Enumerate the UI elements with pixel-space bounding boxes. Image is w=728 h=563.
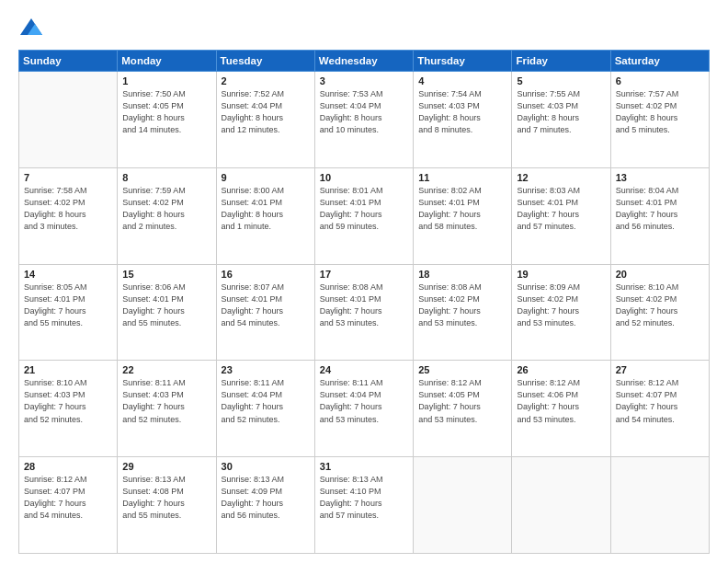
day-number: 29 <box>122 461 210 472</box>
week-row-5: 28Sunrise: 8:12 AMSunset: 4:07 PMDayligh… <box>19 457 710 554</box>
logo-icon <box>18 17 44 42</box>
day-number: 12 <box>517 172 605 183</box>
week-row-3: 14Sunrise: 8:05 AMSunset: 4:01 PMDayligh… <box>19 264 710 361</box>
calendar-cell: 26Sunrise: 8:12 AMSunset: 4:06 PMDayligh… <box>512 361 610 457</box>
day-info: Sunrise: 7:59 AMSunset: 4:02 PMDaylight:… <box>122 185 210 233</box>
day-info: Sunrise: 7:58 AMSunset: 4:02 PMDaylight:… <box>24 185 112 233</box>
day-number: 3 <box>320 75 408 86</box>
day-info: Sunrise: 8:10 AMSunset: 4:02 PMDaylight:… <box>616 282 704 329</box>
day-info: Sunrise: 8:12 AMSunset: 4:07 PMDaylight:… <box>24 474 112 522</box>
calendar-cell: 16Sunrise: 8:07 AMSunset: 4:01 PMDayligh… <box>216 264 314 361</box>
day-info: Sunrise: 8:10 AMSunset: 4:03 PMDaylight:… <box>24 377 112 425</box>
day-info: Sunrise: 8:02 AMSunset: 4:01 PMDaylight:… <box>418 185 506 233</box>
day-number: 27 <box>616 364 704 375</box>
calendar-cell: 18Sunrise: 8:08 AMSunset: 4:02 PMDayligh… <box>414 264 512 361</box>
calendar-cell: 13Sunrise: 8:04 AMSunset: 4:01 PMDayligh… <box>610 167 709 264</box>
day-number: 10 <box>320 172 408 183</box>
day-info: Sunrise: 8:11 AMSunset: 4:03 PMDaylight:… <box>122 377 210 425</box>
day-number: 28 <box>24 461 112 472</box>
calendar-cell: 9Sunrise: 8:00 AMSunset: 4:01 PMDaylight… <box>216 167 314 264</box>
day-number: 20 <box>616 269 704 280</box>
calendar-cell <box>19 72 118 168</box>
calendar-cell: 21Sunrise: 8:10 AMSunset: 4:03 PMDayligh… <box>19 361 118 457</box>
calendar-cell: 11Sunrise: 8:02 AMSunset: 4:01 PMDayligh… <box>414 167 512 264</box>
calendar-cell: 3Sunrise: 7:53 AMSunset: 4:04 PMDaylight… <box>314 72 413 168</box>
day-number: 7 <box>24 172 112 183</box>
calendar-cell: 5Sunrise: 7:55 AMSunset: 4:03 PMDaylight… <box>512 72 610 168</box>
day-number: 24 <box>320 364 408 375</box>
header <box>18 17 710 42</box>
col-header-tuesday: Tuesday <box>216 51 314 72</box>
col-header-thursday: Thursday <box>414 51 512 72</box>
day-number: 8 <box>122 172 210 183</box>
calendar-cell: 2Sunrise: 7:52 AMSunset: 4:04 PMDaylight… <box>216 72 314 168</box>
day-info: Sunrise: 8:01 AMSunset: 4:01 PMDaylight:… <box>320 185 408 233</box>
col-header-saturday: Saturday <box>610 51 709 72</box>
day-info: Sunrise: 8:07 AMSunset: 4:01 PMDaylight:… <box>222 282 310 329</box>
day-info: Sunrise: 7:55 AMSunset: 4:03 PMDaylight:… <box>517 88 605 136</box>
col-header-friday: Friday <box>512 51 610 72</box>
day-number: 22 <box>122 364 210 375</box>
day-info: Sunrise: 8:13 AMSunset: 4:08 PMDaylight:… <box>122 474 210 522</box>
calendar-cell: 31Sunrise: 8:13 AMSunset: 4:10 PMDayligh… <box>314 457 413 554</box>
day-number: 26 <box>517 364 605 375</box>
calendar-cell: 10Sunrise: 8:01 AMSunset: 4:01 PMDayligh… <box>314 167 413 264</box>
day-info: Sunrise: 8:12 AMSunset: 4:05 PMDaylight:… <box>418 377 506 425</box>
day-info: Sunrise: 8:11 AMSunset: 4:04 PMDaylight:… <box>222 377 310 425</box>
calendar-cell: 1Sunrise: 7:50 AMSunset: 4:05 PMDaylight… <box>118 72 216 168</box>
day-info: Sunrise: 8:05 AMSunset: 4:01 PMDaylight:… <box>24 282 112 329</box>
day-info: Sunrise: 7:57 AMSunset: 4:02 PMDaylight:… <box>616 88 704 136</box>
day-info: Sunrise: 8:08 AMSunset: 4:01 PMDaylight:… <box>320 282 408 329</box>
day-number: 15 <box>122 269 210 280</box>
day-number: 21 <box>24 364 112 375</box>
day-number: 6 <box>616 75 704 86</box>
week-row-1: 1Sunrise: 7:50 AMSunset: 4:05 PMDaylight… <box>19 72 710 168</box>
day-info: Sunrise: 8:09 AMSunset: 4:02 PMDaylight:… <box>517 282 605 329</box>
calendar-cell: 22Sunrise: 8:11 AMSunset: 4:03 PMDayligh… <box>118 361 216 457</box>
day-info: Sunrise: 8:13 AMSunset: 4:09 PMDaylight:… <box>222 474 310 522</box>
day-number: 16 <box>222 269 310 280</box>
day-number: 30 <box>222 461 310 472</box>
day-number: 1 <box>122 75 210 86</box>
col-header-wednesday: Wednesday <box>314 51 413 72</box>
day-info: Sunrise: 8:06 AMSunset: 4:01 PMDaylight:… <box>122 282 210 329</box>
calendar-cell: 29Sunrise: 8:13 AMSunset: 4:08 PMDayligh… <box>118 457 216 554</box>
calendar-cell: 14Sunrise: 8:05 AMSunset: 4:01 PMDayligh… <box>19 264 118 361</box>
day-number: 9 <box>222 172 310 183</box>
day-info: Sunrise: 8:08 AMSunset: 4:02 PMDaylight:… <box>418 282 506 329</box>
calendar-cell: 30Sunrise: 8:13 AMSunset: 4:09 PMDayligh… <box>216 457 314 554</box>
calendar-table: SundayMondayTuesdayWednesdayThursdayFrid… <box>18 50 710 554</box>
col-header-sunday: Sunday <box>19 51 118 72</box>
day-info: Sunrise: 7:53 AMSunset: 4:04 PMDaylight:… <box>320 88 408 136</box>
calendar-cell <box>414 457 512 554</box>
day-number: 23 <box>222 364 310 375</box>
calendar-cell: 23Sunrise: 8:11 AMSunset: 4:04 PMDayligh… <box>216 361 314 457</box>
page: SundayMondayTuesdayWednesdayThursdayFrid… <box>0 0 728 563</box>
calendar-cell <box>512 457 610 554</box>
logo <box>18 17 48 42</box>
calendar-cell: 7Sunrise: 7:58 AMSunset: 4:02 PMDaylight… <box>19 167 118 264</box>
col-header-monday: Monday <box>118 51 216 72</box>
calendar-cell: 15Sunrise: 8:06 AMSunset: 4:01 PMDayligh… <box>118 264 216 361</box>
calendar-cell: 17Sunrise: 8:08 AMSunset: 4:01 PMDayligh… <box>314 264 413 361</box>
week-row-4: 21Sunrise: 8:10 AMSunset: 4:03 PMDayligh… <box>19 361 710 457</box>
calendar-cell: 27Sunrise: 8:12 AMSunset: 4:07 PMDayligh… <box>610 361 709 457</box>
day-number: 11 <box>418 172 506 183</box>
calendar-cell: 24Sunrise: 8:11 AMSunset: 4:04 PMDayligh… <box>314 361 413 457</box>
calendar-cell: 20Sunrise: 8:10 AMSunset: 4:02 PMDayligh… <box>610 264 709 361</box>
calendar-cell: 12Sunrise: 8:03 AMSunset: 4:01 PMDayligh… <box>512 167 610 264</box>
day-info: Sunrise: 8:04 AMSunset: 4:01 PMDaylight:… <box>616 185 704 233</box>
day-info: Sunrise: 8:12 AMSunset: 4:06 PMDaylight:… <box>517 377 605 425</box>
day-info: Sunrise: 7:52 AMSunset: 4:04 PMDaylight:… <box>222 88 310 136</box>
day-number: 31 <box>320 461 408 472</box>
day-info: Sunrise: 8:03 AMSunset: 4:01 PMDaylight:… <box>517 185 605 233</box>
week-row-2: 7Sunrise: 7:58 AMSunset: 4:02 PMDaylight… <box>19 167 710 264</box>
day-number: 19 <box>517 269 605 280</box>
day-number: 13 <box>616 172 704 183</box>
day-number: 18 <box>418 269 506 280</box>
day-number: 17 <box>320 269 408 280</box>
day-info: Sunrise: 8:12 AMSunset: 4:07 PMDaylight:… <box>616 377 704 425</box>
day-number: 25 <box>418 364 506 375</box>
day-info: Sunrise: 7:50 AMSunset: 4:05 PMDaylight:… <box>122 88 210 136</box>
day-number: 14 <box>24 269 112 280</box>
